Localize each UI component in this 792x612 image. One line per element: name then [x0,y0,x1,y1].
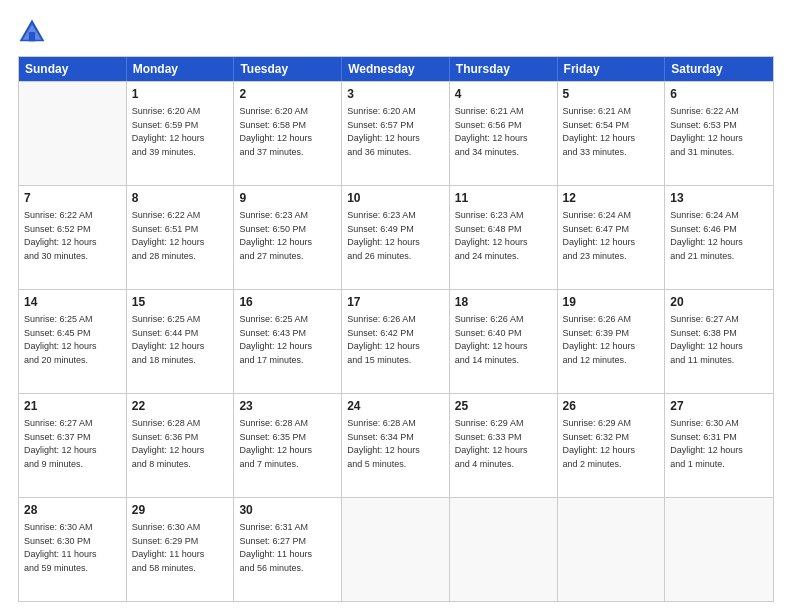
cal-header-tuesday: Tuesday [234,57,342,81]
cal-cell [450,498,558,601]
cal-header-thursday: Thursday [450,57,558,81]
cal-cell: 16Sunrise: 6:25 AM Sunset: 6:43 PM Dayli… [234,290,342,393]
cell-info: Sunrise: 6:21 AM Sunset: 6:54 PM Dayligh… [563,105,660,159]
cal-cell: 18Sunrise: 6:26 AM Sunset: 6:40 PM Dayli… [450,290,558,393]
calendar-header-row: SundayMondayTuesdayWednesdayThursdayFrid… [19,57,773,81]
cell-day-number: 24 [347,398,444,415]
cal-cell [558,498,666,601]
calendar-body: 1Sunrise: 6:20 AM Sunset: 6:59 PM Daylig… [19,81,773,601]
cal-cell: 25Sunrise: 6:29 AM Sunset: 6:33 PM Dayli… [450,394,558,497]
cal-cell: 17Sunrise: 6:26 AM Sunset: 6:42 PM Dayli… [342,290,450,393]
cell-day-number: 9 [239,190,336,207]
cell-day-number: 11 [455,190,552,207]
cal-cell: 3Sunrise: 6:20 AM Sunset: 6:57 PM Daylig… [342,82,450,185]
cell-day-number: 8 [132,190,229,207]
cell-info: Sunrise: 6:28 AM Sunset: 6:36 PM Dayligh… [132,417,229,471]
cal-cell: 21Sunrise: 6:27 AM Sunset: 6:37 PM Dayli… [19,394,127,497]
cell-day-number: 27 [670,398,768,415]
cal-header-wednesday: Wednesday [342,57,450,81]
cell-day-number: 3 [347,86,444,103]
cell-info: Sunrise: 6:24 AM Sunset: 6:47 PM Dayligh… [563,209,660,263]
cell-day-number: 15 [132,294,229,311]
cal-cell: 23Sunrise: 6:28 AM Sunset: 6:35 PM Dayli… [234,394,342,497]
cell-day-number: 16 [239,294,336,311]
cal-cell: 20Sunrise: 6:27 AM Sunset: 6:38 PM Dayli… [665,290,773,393]
logo [18,18,50,46]
logo-icon [18,18,46,46]
cal-header-monday: Monday [127,57,235,81]
cal-cell: 10Sunrise: 6:23 AM Sunset: 6:49 PM Dayli… [342,186,450,289]
svg-rect-2 [29,32,35,41]
cell-day-number: 7 [24,190,121,207]
cell-day-number: 13 [670,190,768,207]
cal-cell: 13Sunrise: 6:24 AM Sunset: 6:46 PM Dayli… [665,186,773,289]
cal-cell: 15Sunrise: 6:25 AM Sunset: 6:44 PM Dayli… [127,290,235,393]
cell-info: Sunrise: 6:20 AM Sunset: 6:59 PM Dayligh… [132,105,229,159]
cell-info: Sunrise: 6:30 AM Sunset: 6:31 PM Dayligh… [670,417,768,471]
cell-info: Sunrise: 6:23 AM Sunset: 6:50 PM Dayligh… [239,209,336,263]
cell-day-number: 22 [132,398,229,415]
cal-cell: 30Sunrise: 6:31 AM Sunset: 6:27 PM Dayli… [234,498,342,601]
cell-info: Sunrise: 6:25 AM Sunset: 6:44 PM Dayligh… [132,313,229,367]
cell-day-number: 28 [24,502,121,519]
cal-cell: 22Sunrise: 6:28 AM Sunset: 6:36 PM Dayli… [127,394,235,497]
cell-day-number: 29 [132,502,229,519]
cell-day-number: 4 [455,86,552,103]
cell-info: Sunrise: 6:30 AM Sunset: 6:29 PM Dayligh… [132,521,229,575]
cal-cell: 6Sunrise: 6:22 AM Sunset: 6:53 PM Daylig… [665,82,773,185]
cell-day-number: 30 [239,502,336,519]
cal-cell: 9Sunrise: 6:23 AM Sunset: 6:50 PM Daylig… [234,186,342,289]
cell-day-number: 19 [563,294,660,311]
cell-day-number: 10 [347,190,444,207]
cal-cell: 28Sunrise: 6:30 AM Sunset: 6:30 PM Dayli… [19,498,127,601]
cell-day-number: 23 [239,398,336,415]
cal-week-3: 14Sunrise: 6:25 AM Sunset: 6:45 PM Dayli… [19,289,773,393]
cal-cell: 8Sunrise: 6:22 AM Sunset: 6:51 PM Daylig… [127,186,235,289]
cell-day-number: 18 [455,294,552,311]
cell-info: Sunrise: 6:28 AM Sunset: 6:35 PM Dayligh… [239,417,336,471]
cal-week-1: 1Sunrise: 6:20 AM Sunset: 6:59 PM Daylig… [19,81,773,185]
cal-cell: 24Sunrise: 6:28 AM Sunset: 6:34 PM Dayli… [342,394,450,497]
cell-info: Sunrise: 6:31 AM Sunset: 6:27 PM Dayligh… [239,521,336,575]
cell-day-number: 26 [563,398,660,415]
cell-day-number: 14 [24,294,121,311]
cell-info: Sunrise: 6:29 AM Sunset: 6:32 PM Dayligh… [563,417,660,471]
cell-info: Sunrise: 6:22 AM Sunset: 6:53 PM Dayligh… [670,105,768,159]
cal-week-4: 21Sunrise: 6:27 AM Sunset: 6:37 PM Dayli… [19,393,773,497]
cal-cell: 27Sunrise: 6:30 AM Sunset: 6:31 PM Dayli… [665,394,773,497]
cell-day-number: 2 [239,86,336,103]
cell-info: Sunrise: 6:29 AM Sunset: 6:33 PM Dayligh… [455,417,552,471]
cal-week-5: 28Sunrise: 6:30 AM Sunset: 6:30 PM Dayli… [19,497,773,601]
cal-cell: 11Sunrise: 6:23 AM Sunset: 6:48 PM Dayli… [450,186,558,289]
cal-cell [665,498,773,601]
cell-info: Sunrise: 6:26 AM Sunset: 6:40 PM Dayligh… [455,313,552,367]
cal-cell: 14Sunrise: 6:25 AM Sunset: 6:45 PM Dayli… [19,290,127,393]
cal-cell: 4Sunrise: 6:21 AM Sunset: 6:56 PM Daylig… [450,82,558,185]
cal-header-sunday: Sunday [19,57,127,81]
cal-cell: 26Sunrise: 6:29 AM Sunset: 6:32 PM Dayli… [558,394,666,497]
cell-day-number: 20 [670,294,768,311]
cell-info: Sunrise: 6:24 AM Sunset: 6:46 PM Dayligh… [670,209,768,263]
cell-day-number: 6 [670,86,768,103]
cell-day-number: 1 [132,86,229,103]
cal-cell: 29Sunrise: 6:30 AM Sunset: 6:29 PM Dayli… [127,498,235,601]
cal-cell [342,498,450,601]
cell-info: Sunrise: 6:22 AM Sunset: 6:52 PM Dayligh… [24,209,121,263]
cal-cell: 19Sunrise: 6:26 AM Sunset: 6:39 PM Dayli… [558,290,666,393]
cell-info: Sunrise: 6:25 AM Sunset: 6:45 PM Dayligh… [24,313,121,367]
cell-info: Sunrise: 6:30 AM Sunset: 6:30 PM Dayligh… [24,521,121,575]
cell-info: Sunrise: 6:27 AM Sunset: 6:38 PM Dayligh… [670,313,768,367]
cell-info: Sunrise: 6:20 AM Sunset: 6:57 PM Dayligh… [347,105,444,159]
cal-cell: 7Sunrise: 6:22 AM Sunset: 6:52 PM Daylig… [19,186,127,289]
cal-header-friday: Friday [558,57,666,81]
cell-info: Sunrise: 6:21 AM Sunset: 6:56 PM Dayligh… [455,105,552,159]
page: SundayMondayTuesdayWednesdayThursdayFrid… [0,0,792,612]
cal-cell: 1Sunrise: 6:20 AM Sunset: 6:59 PM Daylig… [127,82,235,185]
cal-cell: 5Sunrise: 6:21 AM Sunset: 6:54 PM Daylig… [558,82,666,185]
cell-info: Sunrise: 6:25 AM Sunset: 6:43 PM Dayligh… [239,313,336,367]
cell-info: Sunrise: 6:27 AM Sunset: 6:37 PM Dayligh… [24,417,121,471]
cell-info: Sunrise: 6:20 AM Sunset: 6:58 PM Dayligh… [239,105,336,159]
calendar: SundayMondayTuesdayWednesdayThursdayFrid… [18,56,774,602]
cell-info: Sunrise: 6:26 AM Sunset: 6:39 PM Dayligh… [563,313,660,367]
header [18,18,774,46]
